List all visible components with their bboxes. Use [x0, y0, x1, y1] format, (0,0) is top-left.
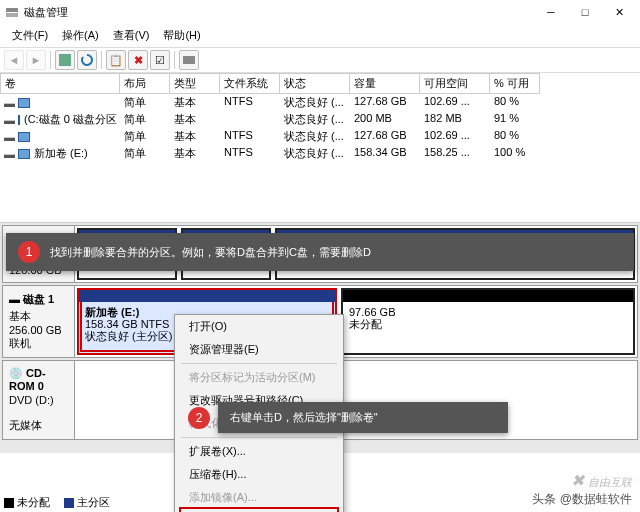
separator: [174, 51, 175, 69]
expand-icon[interactable]: ▬: [4, 114, 14, 126]
separator: [181, 363, 337, 364]
forward-button: ►: [26, 50, 46, 70]
toolbar-icon[interactable]: ☑: [150, 50, 170, 70]
menu-help[interactable]: 帮助(H): [157, 26, 206, 45]
expand-icon[interactable]: ▬: [4, 97, 14, 109]
col-volume[interactable]: 卷: [0, 73, 120, 94]
expand-icon[interactable]: ▬: [4, 148, 14, 160]
callout-1: 1 找到并删除要合并的分区。例如，要将D盘合并到C盘，需要删除D: [6, 233, 634, 271]
watermark: ✖ 自由互联: [571, 471, 632, 490]
menu-action[interactable]: 操作(A): [56, 26, 105, 45]
app-icon: [4, 4, 20, 20]
volume-icon: [18, 115, 20, 125]
volume-row[interactable]: ▬ 简单基本NTFS状态良好 (...127.68 GB102.69 ...80…: [0, 128, 640, 145]
expand-icon[interactable]: ▬: [4, 131, 14, 143]
menubar: 文件(F) 操作(A) 查看(V) 帮助(H): [0, 24, 640, 47]
col-pct[interactable]: % 可用: [490, 73, 540, 94]
separator: [101, 51, 102, 69]
menu-delete-volume[interactable]: 删除卷(D)...: [179, 507, 339, 512]
legend: 未分配 主分区: [4, 495, 110, 510]
delete-button[interactable]: ✖: [128, 50, 148, 70]
toolbar: ◄ ► 📋 ✖ ☑: [0, 47, 640, 73]
col-type[interactable]: 类型: [170, 73, 220, 94]
volume-row[interactable]: ▬新加卷 (E:) 简单基本NTFS状态良好 (...158.34 GB158.…: [0, 145, 640, 162]
menu-shrink[interactable]: 压缩卷(H)...: [175, 463, 343, 486]
menu-explorer[interactable]: 资源管理器(E): [175, 338, 343, 361]
disk-label: 💿 CD-ROM 0 DVD (D:) 无媒体: [3, 361, 75, 439]
maximize-button[interactable]: □: [568, 1, 602, 23]
toolbar-icon[interactable]: [179, 50, 199, 70]
credit: 头条 @数据蛙软件: [532, 491, 632, 508]
svg-rect-0: [6, 8, 18, 12]
toolbar-icon[interactable]: 📋: [106, 50, 126, 70]
menu-mirror: 添加镜像(A)...: [175, 486, 343, 509]
volume-row[interactable]: ▬(C:磁盘 0 磁盘分区 1) 简单基本状态良好 (...200 MB182 …: [0, 111, 640, 128]
back-button: ◄: [4, 50, 24, 70]
volume-icon: [18, 149, 30, 159]
menu-file[interactable]: 文件(F): [6, 26, 54, 45]
menu-view[interactable]: 查看(V): [107, 26, 156, 45]
callout-2: 2 右键单击D，然后选择"删除卷": [218, 402, 508, 433]
close-button[interactable]: ✕: [602, 1, 636, 23]
partition-unallocated[interactable]: 97.66 GB未分配: [341, 288, 635, 355]
step-badge-2: 2: [188, 407, 210, 429]
col-layout[interactable]: 布局: [120, 73, 170, 94]
separator: [50, 51, 51, 69]
legend-swatch-unalloc: [4, 498, 14, 508]
window-title: 磁盘管理: [24, 5, 534, 20]
volume-row[interactable]: ▬ 简单基本NTFS状态良好 (...127.68 GB102.69 ...80…: [0, 94, 640, 111]
col-free[interactable]: 可用空间: [420, 73, 490, 94]
menu-mark-active: 将分区标记为活动分区(M): [175, 366, 343, 389]
disk-label: ▬ 磁盘 1 基本 256.00 GB 联机: [3, 286, 75, 357]
column-headers: 卷 布局 类型 文件系统 状态 容量 可用空间 % 可用: [0, 73, 640, 94]
col-status[interactable]: 状态: [280, 73, 350, 94]
svg-rect-1: [6, 13, 18, 17]
volume-icon: [18, 132, 30, 142]
col-fs[interactable]: 文件系统: [220, 73, 280, 94]
volume-icon: [18, 98, 30, 108]
svg-rect-3: [183, 56, 195, 64]
toolbar-icon[interactable]: [55, 50, 75, 70]
menu-open[interactable]: 打开(O): [175, 315, 343, 338]
volume-list[interactable]: 卷 布局 类型 文件系统 状态 容量 可用空间 % 可用 ▬ 简单基本NTFS状…: [0, 73, 640, 223]
col-size[interactable]: 容量: [350, 73, 420, 94]
separator: [181, 437, 337, 438]
refresh-button[interactable]: [77, 50, 97, 70]
legend-swatch-primary: [64, 498, 74, 508]
step-badge-1: 1: [18, 241, 40, 263]
svg-rect-2: [59, 54, 71, 66]
minimize-button[interactable]: ─: [534, 1, 568, 23]
menu-extend[interactable]: 扩展卷(X)...: [175, 440, 343, 463]
